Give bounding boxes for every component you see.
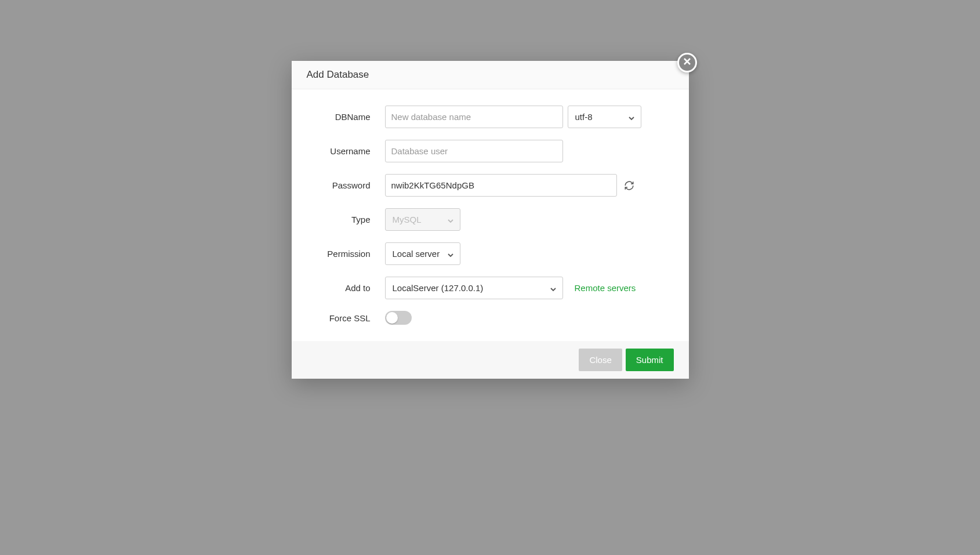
permission-select[interactable]: Local server [385, 242, 460, 265]
add-database-modal: Add Database DBName utf-8 Username Pas [292, 61, 689, 379]
row-forcessl: Force SSL [307, 311, 674, 325]
close-button[interactable]: Close [579, 349, 622, 371]
modal-title: Add Database [307, 69, 369, 80]
row-type: Type MySQL [307, 208, 674, 231]
type-select-value: MySQL [393, 215, 422, 224]
modal-body: DBName utf-8 Username Password [292, 89, 689, 341]
addto-select[interactable]: LocalServer (127.0.0.1) [385, 277, 563, 299]
toggle-knob [386, 312, 398, 324]
label-forcessl: Force SSL [307, 313, 385, 323]
remote-servers-link[interactable]: Remote servers [575, 283, 636, 293]
dbname-input[interactable] [385, 106, 563, 128]
row-permission: Permission Local server [307, 242, 674, 265]
chevron-down-icon [550, 285, 557, 292]
password-input[interactable] [385, 174, 617, 197]
addto-select-value: LocalServer (127.0.0.1) [393, 283, 484, 293]
permission-select-value: Local server [393, 249, 440, 259]
submit-button[interactable]: Submit [626, 349, 674, 371]
close-icon [683, 57, 691, 68]
type-select: MySQL [385, 208, 460, 231]
chevron-down-icon [447, 216, 454, 223]
label-dbname: DBName [307, 112, 385, 122]
row-addto: Add to LocalServer (127.0.0.1) Remote se… [307, 277, 674, 299]
label-username: Username [307, 146, 385, 156]
chevron-down-icon [447, 251, 454, 257]
forcessl-toggle[interactable] [385, 311, 412, 325]
charset-select[interactable]: utf-8 [568, 106, 641, 128]
chevron-down-icon [628, 114, 635, 121]
row-username: Username [307, 140, 674, 162]
label-permission: Permission [307, 249, 385, 259]
modal-header: Add Database [292, 61, 689, 89]
modal-close-x-button[interactable] [677, 53, 697, 72]
label-password: Password [307, 180, 385, 190]
regenerate-password-button[interactable] [624, 180, 634, 191]
row-password: Password [307, 174, 674, 197]
charset-select-value: utf-8 [575, 112, 593, 122]
modal-footer: Close Submit [292, 341, 689, 379]
row-dbname: DBName utf-8 [307, 106, 674, 128]
label-addto: Add to [307, 283, 385, 293]
label-type: Type [307, 215, 385, 224]
username-input[interactable] [385, 140, 563, 162]
